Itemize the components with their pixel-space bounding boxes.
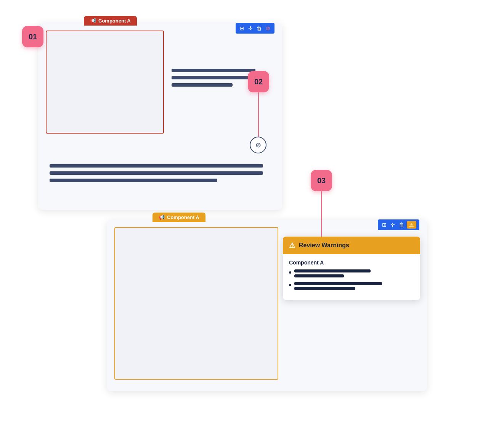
bullet-dot-2	[289, 284, 291, 286]
copy-icon[interactable]: ⊞	[239, 24, 246, 32]
content-lines-bottom	[50, 164, 263, 186]
bullet-line-2a	[294, 282, 382, 285]
orange-content-box	[114, 227, 278, 380]
delete-icon-2[interactable]: 🗑	[398, 221, 405, 229]
copy-icon-2[interactable]: ⊞	[381, 221, 388, 229]
red-content-box	[46, 31, 164, 134]
connector-02-line	[258, 92, 259, 138]
megaphone-icon-orange: 📢	[159, 214, 165, 220]
bullet-line-1a	[294, 269, 371, 272]
move-icon[interactable]: ✛	[247, 24, 254, 32]
step-badge-03: 03	[311, 170, 332, 191]
megaphone-icon: 📢	[90, 18, 96, 24]
warning-triangle-icon: ⚠	[289, 241, 295, 250]
warning-icon[interactable]: ⚠	[407, 221, 416, 229]
toolbar-blue-warn[interactable]: ⊞ ✛ 🗑 ⚠	[378, 219, 419, 230]
content-lines-right	[172, 69, 255, 90]
component-tab-red: 📢 Component A	[84, 16, 137, 26]
delete-icon[interactable]: 🗑	[255, 24, 263, 32]
popup-component-name: Component A	[289, 260, 414, 266]
bullet-line-1b	[294, 274, 344, 277]
review-warnings-body: Component A	[283, 254, 420, 300]
toolbar-blue[interactable]: ⊞ ✛ 🗑 ⊘	[236, 23, 274, 34]
cancel-circle-icon: ⊘	[250, 137, 266, 153]
component-tab-orange: 📢 Component A	[152, 213, 205, 222]
review-warnings-header: ⚠ Review Warnings	[283, 237, 420, 254]
connector-03-line	[321, 191, 322, 241]
top-card: 📢 Component A ⊞ ✛ 🗑 ⊘	[38, 23, 282, 210]
bullet-line-2b	[294, 287, 355, 290]
move-icon-2[interactable]: ✛	[389, 221, 396, 229]
bullet-lines-1	[294, 269, 371, 277]
step-badge-01: 01	[22, 26, 43, 47]
bullet-lines-2	[294, 282, 382, 290]
bullet-item-1	[289, 269, 414, 277]
bullet-item-2	[289, 282, 414, 290]
bullet-dot-1	[289, 271, 291, 274]
review-warnings-popup: ⚠ Review Warnings Component A	[283, 237, 420, 300]
cancel-icon[interactable]: ⊘	[265, 24, 271, 32]
step-badge-02: 02	[248, 71, 269, 92]
